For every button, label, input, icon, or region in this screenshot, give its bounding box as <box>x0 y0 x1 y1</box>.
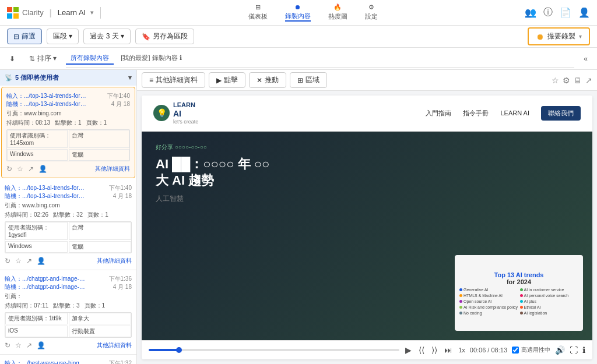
sort-icon: ⇅ <box>29 55 35 63</box>
share-toolbar-icon[interactable]: ↗ <box>585 76 592 85</box>
skip-forward-button[interactable]: ⟩⟩ <box>430 344 438 356</box>
screen-toolbar-icon[interactable]: 🖥 <box>574 76 582 85</box>
accessibility-checkbox[interactable] <box>512 347 519 354</box>
details-link[interactable]: 其他詳細資料 <box>97 341 132 349</box>
settings-label: 設定 <box>365 12 378 21</box>
share-icon[interactable]: ↗ <box>26 257 32 265</box>
user-icon[interactable]: 👤 <box>37 341 45 349</box>
star-icon[interactable]: ☆ <box>17 165 23 173</box>
recordings-icon: ⏺ <box>294 3 301 10</box>
svg-rect-2 <box>7 13 12 19</box>
hero-tag: 好分享 ○○○○-○○-○○ <box>156 143 578 151</box>
progress-bar[interactable] <box>149 349 399 351</box>
website-mockup: 💡 LEARN AI let's create 入門指南 指令手冊 <box>142 96 592 340</box>
user-icon[interactable]: 👤 <box>37 257 45 265</box>
sort-button[interactable]: ⇅ 排序 ▾ <box>24 51 61 66</box>
tab-area-label: 區域 <box>305 75 319 85</box>
date-filter-button[interactable]: 過去 3 天 ▾ <box>83 29 131 44</box>
nav-recordings[interactable]: ⏺ 錄製內容 <box>285 3 311 22</box>
session-url-landing: 隨機：.../top-13-ai-trends-for-2024/ <box>6 100 88 108</box>
volume-icon[interactable]: 🔊 <box>555 345 565 355</box>
hero-subtitle: 人工智慧 <box>156 194 578 204</box>
star-icon[interactable]: ☆ <box>15 257 22 265</box>
section-label: 5 個即將使用者 <box>15 73 59 82</box>
tab-area[interactable]: ⊞ 區域 <box>290 72 327 88</box>
document-icon[interactable]: 📄 <box>560 7 571 18</box>
nav-dashboard[interactable]: ⊞ 儀表板 <box>248 3 268 22</box>
play-button[interactable]: ▶ <box>404 344 413 356</box>
session-clicks: 點擊數：32 <box>53 211 83 219</box>
mockup-logo-icon: 💡 <box>153 105 170 121</box>
progress-thumb <box>176 347 182 353</box>
recordings-label: 錄製內容 <box>285 12 311 20</box>
session-referrer: 引薦：www.bing.com <box>5 202 86 210</box>
topbar-right: 👥 ⓘ 📄 👤 <box>525 6 590 19</box>
svg-rect-3 <box>13 13 19 19</box>
session-time: 下午1:36 <box>109 275 132 283</box>
trends-title: Top 13 AI trends for 2024 <box>494 271 544 285</box>
collapse-icon: « <box>584 55 588 63</box>
tab-all-recordings[interactable]: 所有錄製內容 <box>66 52 114 65</box>
nav-heatmap[interactable]: 🔥 熱度圖 <box>328 3 347 22</box>
repeat-icon[interactable]: ↻ <box>5 257 10 265</box>
user-icon[interactable]: 👤 <box>38 165 47 173</box>
session-country: 台灣 <box>69 222 131 240</box>
details-link[interactable]: 其他詳細資料 <box>95 165 130 173</box>
session-url-input: 輸入：.../top-13-ai-trends-for-2024/ <box>6 92 88 100</box>
toolbar: ⬇ ⇅ 排序 ▾ 所有錄製內容 [我的最愛] 錄製內容 ℹ « <box>0 48 597 70</box>
section-chevron-icon[interactable]: ▾ <box>128 74 132 82</box>
controls-right: 高適用性中 🔊 ⛶ ℹ <box>512 345 585 355</box>
help-icon[interactable]: ⓘ <box>543 6 553 19</box>
accessibility-label: 高適用性中 <box>512 346 550 354</box>
session-referrer: 引薦：www.bing.com <box>6 109 88 118</box>
mockup-contact-btn[interactable]: 聯絡我們 <box>541 106 581 121</box>
repeat-icon[interactable]: ↻ <box>5 341 10 349</box>
save-segment-button[interactable]: 🔖 另存為區段 <box>135 29 194 44</box>
nav-settings[interactable]: ⚙ 設定 <box>365 3 378 22</box>
video-preview: 💡 LEARN AI let's create 入門指南 指令手冊 <box>142 96 592 359</box>
share-icon[interactable]: ↗ <box>26 341 32 349</box>
speed-label: 1x <box>458 347 465 354</box>
next-frame-button[interactable]: ⏭ <box>443 344 454 356</box>
download-button[interactable]: ⬇ <box>5 52 20 65</box>
settings-toolbar-icon[interactable]: ⚙ <box>563 76 570 85</box>
session-url-landing: 隨機：.../top-13-ai-trends-for-2024/ <box>5 192 86 200</box>
fullscreen-icon[interactable]: ⛶ <box>570 345 578 355</box>
collapse-sidebar-button[interactable]: « <box>579 52 592 65</box>
session-device: 電腦 <box>69 149 129 161</box>
tab-clicks[interactable]: ▶ 點擊 <box>209 72 245 88</box>
info-icon[interactable]: ℹ <box>582 345 585 355</box>
tab-favorites[interactable]: [我的最愛] 錄製內容 ℹ <box>116 52 186 65</box>
session-card[interactable]: 輸入：.../top-13-ai-trends-for-2024/ 隨機：...… <box>1 87 135 178</box>
session-card[interactable]: 輸入：.../top-13-ai-trends-for-2024/ 隨機：...… <box>0 179 136 270</box>
project-name[interactable]: Learn AI <box>58 8 86 17</box>
details-link[interactable]: 其他詳細資料 <box>97 257 132 265</box>
record-icon: ⏺ <box>536 32 544 41</box>
tab-details[interactable]: ≡ 其他詳細資料 <box>142 72 205 88</box>
tab-push[interactable]: ✕ 推動 <box>249 72 286 88</box>
star-icon[interactable]: ☆ <box>15 341 22 349</box>
session-actions: ↻ ☆ ↗ 👤 其他詳細資料 <box>6 165 130 173</box>
segment-button[interactable]: 區段 ▾ <box>47 29 79 44</box>
skip-back-button[interactable]: ⟨⟨ <box>417 344 426 356</box>
download-icon: ⬇ <box>9 55 15 63</box>
share-icon[interactable]: ↗ <box>28 165 34 173</box>
session-os: iOS <box>5 326 68 337</box>
account-icon[interactable]: 👤 <box>578 7 590 18</box>
action-tabs-bar: ≡ 其他詳細資料 ▶ 點擊 ✕ 推動 ⊞ 區域 ☆ ⚙ 🖥 <box>137 70 597 91</box>
session-card[interactable]: 輸入：.../best-ways-use-bing-ai/ 隨機：.../bes… <box>0 355 136 364</box>
session-card[interactable]: 輸入：.../chatgpt-and-image-ai-prompt/ 隨機：.… <box>0 270 136 355</box>
session-time: 下午1:40 <box>109 184 132 192</box>
star-toolbar-icon[interactable]: ☆ <box>552 76 559 85</box>
repeat-icon[interactable]: ↻ <box>6 165 12 173</box>
record-button[interactable]: ⏺ 撮要錄製 ▾ <box>528 27 590 45</box>
nav-link-commands: 指令手冊 <box>463 109 489 118</box>
tab-details-label: 其他詳細資料 <box>156 75 198 85</box>
session-pages: 頁數：1 <box>85 302 106 310</box>
user-settings-icon[interactable]: 👥 <box>525 7 536 18</box>
section-header: 📡 5 個即將使用者 ▾ <box>0 70 136 86</box>
session-date: 4 月 18 <box>109 192 132 200</box>
mockup-logo: 💡 LEARN AI let's create <box>153 101 198 125</box>
filter-button[interactable]: ⊟ 篩選 <box>7 29 42 44</box>
hero-title: AI ██：○○○○ 年 ○○ 大 AI 趨勢 <box>156 156 578 189</box>
